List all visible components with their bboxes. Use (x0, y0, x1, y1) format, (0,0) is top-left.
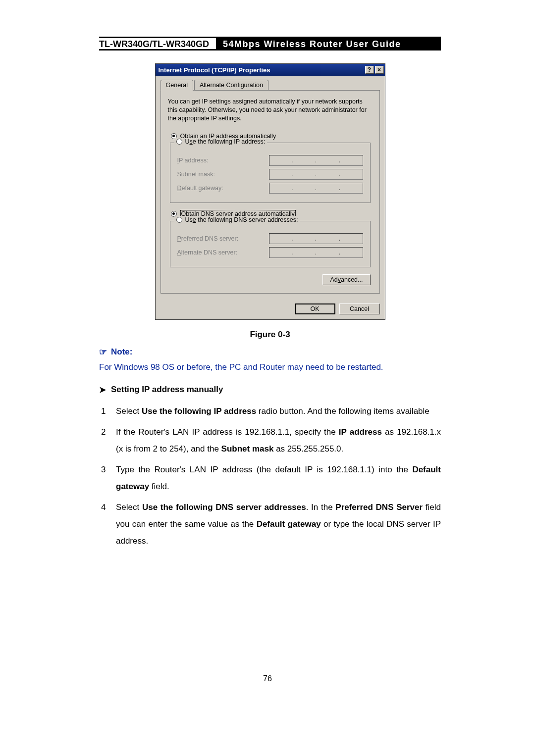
step-4: Select Use the following DNS server addr… (101, 499, 441, 550)
label-ip: IP address: (177, 157, 209, 164)
step-1: Select Use the following IP address radi… (101, 403, 441, 420)
field-ip-address: IP address: ... (177, 155, 363, 166)
radio-label: Use the following DNS server addresses: (185, 216, 298, 223)
radio-icon (176, 139, 182, 145)
advanced-button[interactable]: Advanced... (322, 274, 370, 285)
pointing-hand-icon: ☞ (99, 347, 107, 357)
label-pref-dns: Preferred DNS server: (177, 235, 239, 242)
close-icon[interactable]: × (375, 66, 384, 74)
input-alt-dns: ... (269, 247, 363, 258)
field-subnet-mask: Subnet mask: ... (177, 169, 363, 180)
header-model: TL-WR340G/TL-WR340GD (99, 38, 216, 49)
radio-use-following-ip[interactable]: Use the following IP address: (174, 138, 268, 145)
radio-label: Use the following IP address: (185, 138, 266, 145)
tabs: General Alternate Configuration (160, 80, 380, 91)
input-gateway: ... (269, 183, 363, 194)
radio-use-following-dns[interactable]: Use the following DNS server addresses: (174, 216, 300, 223)
section-heading: ➤ Setting IP address manually (99, 385, 441, 395)
field-preferred-dns: Preferred DNS server: ... (177, 233, 363, 244)
input-subnet: ... (269, 169, 363, 180)
field-default-gateway: Default gateway: ... (177, 183, 363, 194)
page-number: 76 (0, 674, 535, 683)
header-title: 54Mbps Wireless Router User Guide (216, 38, 441, 49)
label-subnet: Subnet mask: (177, 171, 215, 178)
ok-button[interactable]: OK (295, 303, 335, 314)
dialog-title: Internet Protocol (TCP/IP) Properties (159, 66, 364, 74)
input-ip: ... (269, 155, 363, 166)
radio-icon (176, 217, 182, 223)
cancel-button[interactable]: Cancel (339, 303, 380, 314)
label-alt-dns: Alternate DNS server: (177, 249, 238, 256)
input-pref-dns: ... (269, 233, 363, 244)
dialog-footer: OK Cancel (156, 299, 385, 319)
group-dns-manual: Use the following DNS server addresses: … (170, 221, 371, 267)
chevron-right-icon: ➤ (99, 385, 106, 395)
note-text: For Windows 98 OS or before, the PC and … (99, 360, 441, 374)
step-2: If the Router's LAN IP address is 192.16… (101, 424, 441, 457)
help-icon[interactable]: ? (365, 66, 374, 74)
tcpip-properties-dialog: Internet Protocol (TCP/IP) Properties ? … (155, 63, 385, 320)
tab-alternate[interactable]: Alternate Configuration (194, 80, 268, 91)
tab-general[interactable]: General (160, 80, 193, 91)
step-3: Type the Router's LAN IP address (the de… (101, 461, 441, 495)
note-heading: ☞ Note: (99, 347, 441, 357)
tab-panel-general: You can get IP settings assigned automat… (160, 90, 380, 294)
figure-caption: Figure 0-3 (99, 330, 441, 340)
group-ip-manual: Use the following IP address: IP address… (170, 143, 371, 203)
field-alternate-dns: Alternate DNS server: ... (177, 247, 363, 258)
page-header: TL-WR340G/TL-WR340GD 54Mbps Wireless Rou… (99, 37, 441, 50)
steps-list: Select Use the following IP address radi… (101, 403, 441, 550)
titlebar: Internet Protocol (TCP/IP) Properties ? … (156, 64, 385, 76)
intro-text: You can get IP settings assigned automat… (168, 98, 373, 123)
label-gateway: Default gateway: (177, 185, 223, 192)
